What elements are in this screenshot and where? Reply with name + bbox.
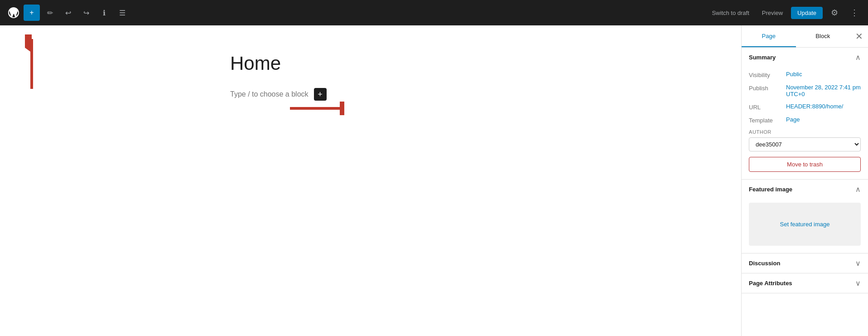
discussion-section: Discussion ∨ [742, 253, 868, 273]
list-view-button[interactable]: ☰ [114, 5, 130, 21]
summary-section-body: Visibility Public Publish November 28, 2… [742, 67, 868, 179]
tab-block[interactable]: Block [796, 25, 850, 47]
add-block-toolbar-button[interactable]: + [24, 5, 40, 21]
summary-section-header[interactable]: Summary ∧ [742, 48, 868, 67]
preview-button[interactable]: Preview [757, 7, 787, 19]
redo-icon: ↪ [83, 9, 89, 17]
wordpress-icon [8, 7, 19, 18]
toolbar-right: Switch to draft Preview Update ⚙ ⋮ [707, 5, 863, 21]
plus-inline-icon: + [318, 90, 323, 98]
publish-row: Publish November 28, 2022 7:41 pm UTC+0 [749, 84, 861, 97]
tab-page[interactable]: Page [742, 25, 796, 47]
close-icon: ✕ [855, 31, 863, 42]
summary-section: Summary ∧ Visibility Public Publish Nove… [742, 48, 868, 180]
sidebar-tabs: Page Block ✕ [742, 25, 868, 48]
template-value[interactable]: Page [786, 116, 861, 123]
discussion-section-header[interactable]: Discussion ∨ [742, 253, 868, 273]
more-options-button[interactable]: ⋮ [846, 5, 863, 21]
featured-image-toggle-icon: ∧ [855, 185, 861, 194]
page-attributes-section-header[interactable]: Page Attributes ∨ [742, 273, 868, 293]
summary-title: Summary [749, 54, 776, 61]
info-button[interactable]: ℹ [96, 5, 112, 21]
switch-to-draft-button[interactable]: Switch to draft [707, 7, 753, 19]
author-label: AUTHOR [749, 129, 861, 135]
page-attributes-section: Page Attributes ∨ [742, 273, 868, 293]
editor-content: Home Type / to choose a block + [230, 53, 511, 101]
info-icon: ℹ [103, 9, 106, 17]
settings-button[interactable]: ⚙ [826, 5, 843, 21]
page-attributes-title: Page Attributes [749, 280, 792, 287]
featured-image-section-body: Set featured image [742, 199, 868, 253]
toolbar-left: + ✏ ↩ ↪ ℹ ☰ [5, 5, 130, 21]
set-featured-image-button[interactable]: Set featured image [749, 203, 861, 246]
arrow-right-annotation [290, 102, 344, 115]
arrow-up-annotation [25, 34, 39, 89]
add-block-inline-button[interactable]: + [314, 88, 327, 101]
visibility-value[interactable]: Public [786, 71, 861, 78]
page-attributes-toggle-icon: ∨ [855, 279, 861, 287]
pencil-icon: ✏ [47, 9, 53, 17]
featured-image-section-header[interactable]: Featured image ∧ [742, 180, 868, 199]
sidebar: Page Block ✕ Summary ∧ Visibility Public… [741, 25, 868, 336]
featured-image-title: Featured image [749, 186, 792, 193]
discussion-toggle-icon: ∨ [855, 259, 861, 268]
visibility-label: Visibility [749, 71, 781, 78]
redo-button[interactable]: ↪ [78, 5, 94, 21]
list-icon: ☰ [119, 9, 125, 17]
featured-image-section: Featured image ∧ Set featured image [742, 180, 868, 253]
toolbar: + ✏ ↩ ↪ ℹ ☰ Switch to draft Preview Upda… [0, 0, 868, 25]
set-featured-image-label: Set featured image [780, 221, 830, 228]
url-row: URL HEADER:8890/home/ [749, 103, 861, 111]
placeholder-text: Type / to choose a block [230, 90, 309, 98]
author-select[interactable]: dee35007 [749, 137, 861, 151]
publish-label: Publish [749, 84, 781, 92]
url-label: URL [749, 103, 781, 111]
discussion-title: Discussion [749, 260, 780, 267]
ellipsis-icon: ⋮ [850, 8, 858, 18]
main-layout: Home Type / to choose a block + Page Blo… [0, 25, 868, 336]
wp-logo[interactable] [5, 5, 22, 21]
up-arrow-svg [25, 34, 39, 89]
right-arrow-svg [290, 102, 344, 115]
visibility-row: Visibility Public [749, 71, 861, 78]
editor-area: Home Type / to choose a block + [0, 25, 741, 336]
block-placeholder[interactable]: Type / to choose a block + [230, 88, 511, 101]
gear-icon: ⚙ [831, 8, 838, 18]
update-button[interactable]: Update [791, 7, 823, 19]
undo-icon: ↩ [65, 9, 71, 17]
sidebar-close-button[interactable]: ✕ [850, 25, 868, 47]
move-to-trash-button[interactable]: Move to trash [749, 157, 861, 172]
page-title[interactable]: Home [230, 53, 511, 74]
plus-icon: + [29, 9, 34, 17]
summary-toggle-icon: ∧ [855, 53, 861, 62]
template-row: Template Page [749, 116, 861, 124]
publish-value[interactable]: November 28, 2022 7:41 pm UTC+0 [786, 84, 861, 97]
edit-button[interactable]: ✏ [42, 5, 58, 21]
template-label: Template [749, 116, 781, 124]
url-value[interactable]: HEADER:8890/home/ [786, 103, 861, 110]
undo-button[interactable]: ↩ [60, 5, 76, 21]
